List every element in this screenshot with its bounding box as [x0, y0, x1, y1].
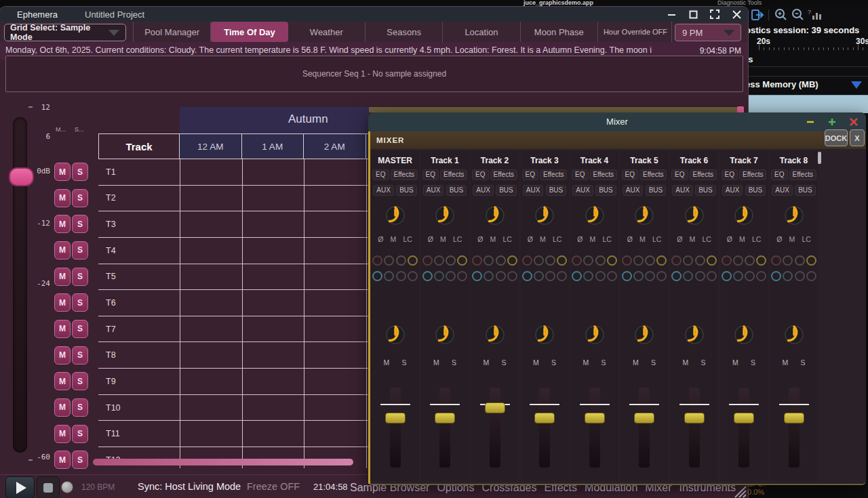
grid-cell-T10-col0[interactable]	[180, 395, 242, 421]
send-led-master-b1[interactable]	[384, 271, 394, 281]
strip-solo-master[interactable]: S	[402, 358, 407, 367]
fader-track-track-4[interactable]	[589, 388, 600, 468]
send-led-track-3-a2[interactable]	[545, 255, 555, 266]
phase-button-track-4[interactable]: Ø	[577, 235, 583, 243]
gain-knob-track-6[interactable]	[684, 205, 705, 226]
pan-knob-track-7[interactable]	[734, 325, 754, 345]
mute-button-T1[interactable]: M	[54, 163, 71, 181]
dock-button[interactable]: DOCK	[825, 129, 848, 146]
mono-button-track-1[interactable]: M	[440, 235, 446, 243]
strip-mute-track-8[interactable]: M	[782, 358, 788, 367]
send-led-track-5-b2[interactable]	[645, 271, 655, 281]
send-led-track-7-a1[interactable]	[733, 255, 743, 266]
grid-cell-T2-col0[interactable]	[180, 186, 242, 211]
lowcut-button-track-1[interactable]: LC	[453, 235, 462, 243]
strip-mute-track-3[interactable]: M	[533, 358, 539, 367]
grid-cell-T11-col1[interactable]	[242, 421, 304, 447]
lowcut-button-track-2[interactable]: LC	[502, 235, 511, 243]
send-led-track-8-b0[interactable]	[771, 271, 781, 281]
effects-button-track-4[interactable]: Effects	[590, 169, 617, 180]
mono-button-track-8[interactable]: M	[789, 235, 795, 243]
fader-track-track-6[interactable]	[689, 388, 700, 468]
eq-button-track-3[interactable]: EQ	[522, 169, 538, 180]
grid-cell-T5-col2[interactable]	[304, 264, 366, 290]
fader-track-master[interactable]	[390, 388, 401, 468]
grid-cell-T7-col1[interactable]	[242, 316, 304, 342]
hour-override-button[interactable]: Hour Override OFF	[599, 22, 672, 42]
phase-button-track-7[interactable]: Ø	[727, 235, 732, 243]
strip-solo-track-3[interactable]: S	[551, 358, 556, 367]
grid-cell-T4-col2[interactable]	[304, 238, 366, 264]
bpm-display[interactable]: 120 BPM	[81, 482, 115, 492]
send-led-track-4-a1[interactable]	[583, 255, 593, 266]
bus-button-track-8[interactable]: BUS	[795, 185, 816, 196]
hour-select-dropdown[interactable]: 9 PM	[675, 24, 741, 41]
mute-button-T6[interactable]: M	[54, 293, 71, 312]
send-led-track-7-b0[interactable]	[722, 271, 732, 281]
fader-handle-track-8[interactable]	[784, 413, 804, 423]
strip-mute-track-6[interactable]: M	[682, 358, 688, 367]
mixer-title-bar[interactable]: Mixer	[368, 112, 866, 131]
gain-knob-track-3[interactable]	[534, 205, 555, 226]
send-led-track-2-a0[interactable]	[472, 255, 482, 266]
effects-button-track-5[interactable]: Effects	[639, 169, 667, 180]
send-led-track-3-b1[interactable]	[534, 271, 544, 281]
grid-cell-T4-col1[interactable]	[242, 238, 304, 264]
send-led-track-6-a0[interactable]	[671, 255, 682, 266]
phase-button-track-1[interactable]: Ø	[428, 235, 433, 243]
send-led-track-6-b0[interactable]	[671, 271, 682, 281]
solo-button-T2[interactable]: S	[72, 189, 88, 207]
record-button[interactable]	[61, 481, 73, 493]
fader-handle-track-3[interactable]	[534, 413, 555, 423]
phase-button-track-3[interactable]: Ø	[528, 235, 533, 243]
play-button[interactable]	[5, 476, 35, 498]
gain-knob-master[interactable]	[385, 205, 406, 226]
fader-handle-track-1[interactable]	[435, 413, 455, 423]
grid-cell-T9-col2[interactable]	[304, 369, 366, 394]
grid-cell-T3-col0[interactable]	[180, 211, 242, 237]
phase-button-track-2[interactable]: Ø	[477, 235, 483, 243]
mute-button-T2[interactable]: M	[54, 189, 71, 207]
strip-mute-track-5[interactable]: M	[633, 358, 639, 367]
solo-button-T3[interactable]: S	[72, 215, 88, 233]
eq-button-master[interactable]: EQ	[372, 169, 389, 180]
close-icon[interactable]	[730, 9, 743, 20]
fader-track-track-2[interactable]	[490, 388, 500, 468]
send-led-master-a0[interactable]	[372, 255, 382, 266]
strip-mute-track-4[interactable]: M	[583, 358, 589, 367]
bus-button-track-1[interactable]: BUS	[446, 185, 467, 196]
zoom-out-icon[interactable]	[791, 8, 806, 22]
effects-button-track-6[interactable]: Effects	[690, 169, 717, 180]
pan-knob-track-8[interactable]	[784, 325, 804, 345]
send-led-track-7-b1[interactable]	[733, 271, 743, 281]
strip-solo-track-7[interactable]: S	[751, 358, 755, 367]
bus-button-track-3[interactable]: BUS	[546, 185, 567, 196]
phase-button-master[interactable]: Ø	[378, 235, 383, 243]
eq-button-track-5[interactable]: EQ	[622, 169, 638, 180]
pan-knob-track-3[interactable]	[534, 325, 555, 345]
strip-solo-track-6[interactable]: S	[701, 358, 706, 367]
send-led-track-1-b1[interactable]	[434, 271, 444, 281]
grid-cell-T6-col0[interactable]	[180, 290, 242, 316]
solo-button-T6[interactable]: S	[72, 293, 88, 312]
grid-cell-T5-col0[interactable]	[180, 264, 242, 290]
grid-cell-T10-col2[interactable]	[304, 395, 366, 421]
fader-handle-track-7[interactable]	[734, 413, 754, 423]
send-led-track-2-a1[interactable]	[484, 255, 494, 266]
send-led-track-1-a3[interactable]	[457, 255, 467, 266]
mono-button-track-7[interactable]: M	[739, 235, 745, 243]
lowcut-button-track-6[interactable]: LC	[702, 235, 711, 243]
freeze-toggle[interactable]: Freeze OFF	[247, 481, 300, 492]
sync-mode[interactable]: Sync: Host	[138, 481, 185, 492]
mute-button-T8[interactable]: M	[54, 346, 71, 365]
tab-pool-manager[interactable]: Pool Manager	[133, 22, 211, 42]
fader-handle-track-5[interactable]	[634, 413, 654, 423]
send-led-track-6-a3[interactable]	[707, 255, 717, 266]
grid-horizontal-scrollbar[interactable]	[93, 459, 353, 465]
bus-button-master[interactable]: BUS	[396, 185, 417, 196]
grid-cell-T8-col0[interactable]	[180, 342, 242, 368]
send-led-track-6-b3[interactable]	[707, 271, 717, 281]
send-led-track-5-b1[interactable]	[633, 271, 644, 281]
phase-button-track-5[interactable]: Ø	[627, 235, 633, 243]
send-led-track-3-b0[interactable]	[522, 271, 532, 281]
